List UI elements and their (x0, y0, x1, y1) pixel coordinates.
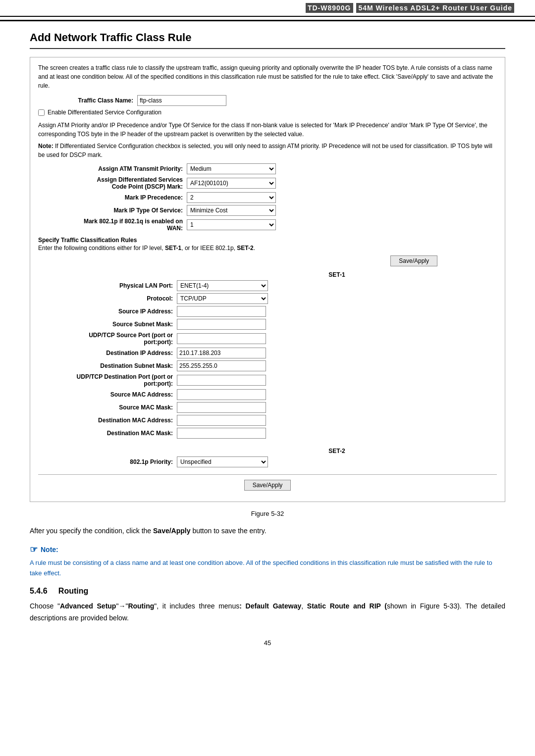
mark-ip-prec-select[interactable]: 2 0 1 3 (187, 192, 276, 203)
enable-dscp-checkbox[interactable] (38, 109, 45, 116)
set1-label: SET-1 (177, 271, 497, 278)
source-ip-input[interactable] (177, 306, 266, 317)
section-title: Routing (58, 587, 88, 595)
src-mac-mask-input[interactable] (177, 402, 266, 413)
physical-lan-row: Physical LAN Port: ENET(1-4) (38, 280, 497, 291)
dest-subnet-input[interactable] (177, 360, 266, 371)
source-ip-label: Source IP Address: (38, 308, 177, 315)
set1-section: SET-1 Physical LAN Port: ENET(1-4) Proto… (38, 271, 497, 441)
note-icon: ☞ (30, 544, 38, 555)
physical-lan-select[interactable]: ENET(1-4) (177, 280, 268, 291)
after-figure-text: After you specify the condition, click t… (30, 525, 505, 536)
assign-atm-label: Assign ATM Transmit Priority: (48, 165, 187, 172)
dst-mac-label: Destination MAC Address: (38, 417, 177, 424)
note-label-inline: Note: (38, 143, 54, 150)
note-header-text: Note: (41, 546, 58, 554)
save-apply-button-top[interactable]: Save/Apply (390, 255, 437, 266)
dest-ip-input[interactable] (177, 348, 266, 358)
specify-desc: Enter the following conditions either fo… (38, 245, 497, 252)
8021p-priority-row: 802.1p Priority: Unspecified 0 1 2 3 (38, 456, 497, 467)
product-highlight: TD-W8900G (306, 3, 353, 13)
protocol-select[interactable]: TCP/UDP TCP UDP (177, 293, 268, 304)
enable-dscp-row: Enable Differentiated Service Configurat… (38, 109, 497, 116)
section-number: 5.4.6 (30, 587, 48, 595)
dst-mac-mask-row: Destination MAC Mask: (38, 428, 497, 439)
udp-tcp-src-port-label: UDP/TCP Source Port (port orport:port): (38, 332, 177, 346)
udp-tcp-src-port-input[interactable] (177, 333, 266, 344)
assign-dscp-select[interactable]: AF12(001010) (187, 178, 276, 189)
form-container: The screen creates a traffic class rule … (30, 57, 505, 502)
specify-section: Specify Traffic Classification Rules Ent… (38, 237, 497, 469)
mark-ip-tos-label: Mark IP Type Of Service: (48, 207, 187, 214)
udp-tcp-src-port-row: UDP/TCP Source Port (port orport:port): (38, 332, 497, 346)
src-mac-row: Source MAC Address: (38, 389, 497, 400)
mark-8021p-select[interactable]: 1 0 2 (187, 219, 276, 230)
udp-tcp-dst-port-input[interactable] (177, 375, 266, 386)
note-header: ☞ Note: (30, 544, 505, 555)
source-subnet-input[interactable] (177, 319, 266, 330)
src-mac-mask-label: Source MAC Mask: (38, 404, 177, 411)
save-apply-button-bottom[interactable]: Save/Apply (244, 480, 291, 491)
src-mac-mask-row: Source MAC Mask: (38, 402, 497, 413)
8021p-priority-select[interactable]: Unspecified 0 1 2 3 (177, 456, 268, 467)
set2-section: SET-2 802.1p Priority: Unspecified 0 1 2… (38, 448, 497, 469)
udp-tcp-dst-port-row: UDP/TCP Destination Port (port orport:po… (38, 373, 497, 387)
source-subnet-row: Source Subnet Mask: (38, 319, 497, 330)
src-mac-input[interactable] (177, 389, 266, 400)
divider (38, 474, 497, 475)
routing-text: Choose "Advanced Setup"→"Routing", it in… (30, 601, 505, 624)
protocol-label: Protocol: (38, 295, 177, 302)
assign-atm-select[interactable]: Medium Low High (187, 163, 276, 174)
protocol-row: Protocol: TCP/UDP TCP UDP (38, 293, 497, 304)
mark-8021p-label: Mark 802.1p if 802.1q is enabled onWAN: (48, 218, 187, 232)
udp-tcp-dst-port-label: UDP/TCP Destination Port (port orport:po… (38, 373, 177, 387)
dst-mac-input[interactable] (177, 415, 266, 426)
mark-ip-tos-row: Mark IP Type Of Service: Minimize Cost N… (48, 205, 497, 216)
source-subnet-label: Source Subnet Mask: (38, 321, 177, 328)
dest-subnet-label: Destination Subnet Mask: (38, 362, 177, 369)
note-content-inline: If Differentiated Service Configuration … (38, 143, 492, 158)
assign-atm-row: Assign ATM Transmit Priority: Medium Low… (48, 163, 497, 174)
page-header: TD-W8900G 54M Wireless ADSL2+ Router Use… (0, 0, 535, 17)
mark-ip-prec-row: Mark IP Precedence: 2 0 1 3 (48, 192, 497, 203)
mark-8021p-row: Mark 802.1p if 802.1q is enabled onWAN: … (48, 218, 497, 232)
dst-mac-mask-input[interactable] (177, 428, 266, 439)
assign-dscp-label: Assign Differentiated ServicesCode Point… (48, 176, 187, 190)
description-text: The screen creates a traffic class rule … (38, 63, 497, 90)
section-heading: 5.4.6 Routing (30, 587, 505, 596)
bottom-save-btn-row: Save/Apply (38, 480, 497, 491)
dst-mac-mask-label: Destination MAC Mask: (38, 430, 177, 437)
source-ip-row: Source IP Address: (38, 306, 497, 317)
set-container: Save/Apply SET-1 Physical LAN Port: ENET… (38, 255, 497, 469)
src-mac-label: Source MAC Address: (38, 391, 177, 398)
note-text-inline: Note: If Differentiated Service Configur… (38, 142, 497, 159)
assign-fields: Assign ATM Transmit Priority: Medium Low… (48, 163, 497, 232)
dest-subnet-row: Destination Subnet Mask: (38, 360, 497, 371)
dst-mac-row: Destination MAC Address: (38, 415, 497, 426)
set2-label: SET-2 (177, 448, 497, 454)
note-section: ☞ Note: A rule must be consisting of a c… (30, 544, 505, 579)
assign-section: Assign ATM Priority and/or IP Precedence… (38, 121, 497, 232)
dest-ip-label: Destination IP Address: (38, 350, 177, 356)
assign-dscp-row: Assign Differentiated ServicesCode Point… (48, 176, 497, 190)
traffic-class-name-label: Traffic Class Name: (38, 97, 137, 104)
page-number: 45 (30, 639, 505, 647)
assign-description: Assign ATM Priority and/or IP Precedence… (38, 121, 497, 139)
mark-ip-tos-select[interactable]: Minimize Cost Normal Maximize Reliabilit… (187, 205, 276, 216)
enable-dscp-label: Enable Differentiated Service Configurat… (48, 109, 161, 116)
dest-ip-row: Destination IP Address: (38, 348, 497, 358)
traffic-class-name-input[interactable] (137, 95, 226, 106)
8021p-priority-label: 802.1p Priority: (38, 458, 177, 465)
physical-lan-label: Physical LAN Port: (38, 282, 177, 289)
note-body: A rule must be consisting of a class nam… (30, 558, 505, 579)
page-title: Add Network Traffic Class Rule (30, 31, 505, 49)
specify-title: Specify Traffic Classification Rules (38, 237, 497, 244)
figure-caption: Figure 5-32 (30, 510, 505, 517)
traffic-class-name-row: Traffic Class Name: (38, 95, 497, 106)
mark-ip-prec-label: Mark IP Precedence: (48, 194, 187, 201)
header-title: 54M Wireless ADSL2+ Router User Guide (356, 3, 514, 13)
